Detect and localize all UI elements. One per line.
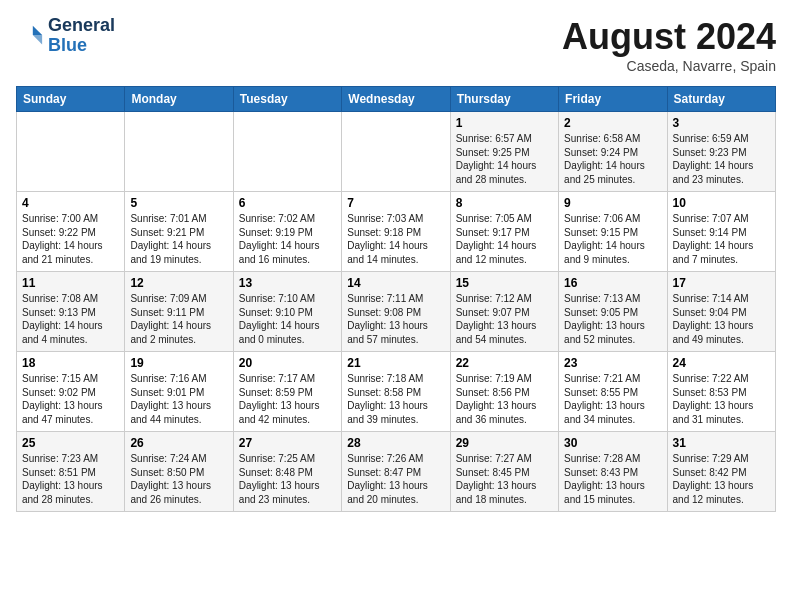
- logo-line1: General: [48, 16, 115, 36]
- day-header-tuesday: Tuesday: [233, 87, 341, 112]
- day-header-wednesday: Wednesday: [342, 87, 450, 112]
- day-info: Sunrise: 7:26 AM Sunset: 8:47 PM Dayligh…: [347, 452, 444, 506]
- day-cell: 22Sunrise: 7:19 AM Sunset: 8:56 PM Dayli…: [450, 352, 558, 432]
- day-info: Sunrise: 7:01 AM Sunset: 9:21 PM Dayligh…: [130, 212, 227, 266]
- day-cell: 15Sunrise: 7:12 AM Sunset: 9:07 PM Dayli…: [450, 272, 558, 352]
- day-info: Sunrise: 7:21 AM Sunset: 8:55 PM Dayligh…: [564, 372, 661, 426]
- day-cell: [17, 112, 125, 192]
- day-info: Sunrise: 7:13 AM Sunset: 9:05 PM Dayligh…: [564, 292, 661, 346]
- logo-text: General Blue: [48, 16, 115, 56]
- day-cell: 2Sunrise: 6:58 AM Sunset: 9:24 PM Daylig…: [559, 112, 667, 192]
- day-cell: 11Sunrise: 7:08 AM Sunset: 9:13 PM Dayli…: [17, 272, 125, 352]
- day-number: 22: [456, 356, 553, 370]
- day-cell: 26Sunrise: 7:24 AM Sunset: 8:50 PM Dayli…: [125, 432, 233, 512]
- logo: General Blue: [16, 16, 115, 56]
- day-info: Sunrise: 7:16 AM Sunset: 9:01 PM Dayligh…: [130, 372, 227, 426]
- day-cell: 31Sunrise: 7:29 AM Sunset: 8:42 PM Dayli…: [667, 432, 775, 512]
- day-cell: 3Sunrise: 6:59 AM Sunset: 9:23 PM Daylig…: [667, 112, 775, 192]
- day-number: 24: [673, 356, 770, 370]
- day-cell: 18Sunrise: 7:15 AM Sunset: 9:02 PM Dayli…: [17, 352, 125, 432]
- day-cell: 1Sunrise: 6:57 AM Sunset: 9:25 PM Daylig…: [450, 112, 558, 192]
- day-number: 6: [239, 196, 336, 210]
- day-info: Sunrise: 6:58 AM Sunset: 9:24 PM Dayligh…: [564, 132, 661, 186]
- day-info: Sunrise: 7:18 AM Sunset: 8:58 PM Dayligh…: [347, 372, 444, 426]
- day-info: Sunrise: 7:12 AM Sunset: 9:07 PM Dayligh…: [456, 292, 553, 346]
- day-cell: 9Sunrise: 7:06 AM Sunset: 9:15 PM Daylig…: [559, 192, 667, 272]
- day-header-saturday: Saturday: [667, 87, 775, 112]
- day-number: 16: [564, 276, 661, 290]
- day-number: 23: [564, 356, 661, 370]
- day-info: Sunrise: 7:22 AM Sunset: 8:53 PM Dayligh…: [673, 372, 770, 426]
- day-number: 17: [673, 276, 770, 290]
- day-info: Sunrise: 7:24 AM Sunset: 8:50 PM Dayligh…: [130, 452, 227, 506]
- day-header-sunday: Sunday: [17, 87, 125, 112]
- day-cell: 24Sunrise: 7:22 AM Sunset: 8:53 PM Dayli…: [667, 352, 775, 432]
- day-info: Sunrise: 7:08 AM Sunset: 9:13 PM Dayligh…: [22, 292, 119, 346]
- day-cell: 17Sunrise: 7:14 AM Sunset: 9:04 PM Dayli…: [667, 272, 775, 352]
- day-cell: 20Sunrise: 7:17 AM Sunset: 8:59 PM Dayli…: [233, 352, 341, 432]
- location-subtitle: Caseda, Navarre, Spain: [562, 58, 776, 74]
- day-cell: 4Sunrise: 7:00 AM Sunset: 9:22 PM Daylig…: [17, 192, 125, 272]
- week-row-3: 11Sunrise: 7:08 AM Sunset: 9:13 PM Dayli…: [17, 272, 776, 352]
- day-cell: 30Sunrise: 7:28 AM Sunset: 8:43 PM Dayli…: [559, 432, 667, 512]
- day-cell: 12Sunrise: 7:09 AM Sunset: 9:11 PM Dayli…: [125, 272, 233, 352]
- day-cell: 14Sunrise: 7:11 AM Sunset: 9:08 PM Dayli…: [342, 272, 450, 352]
- day-info: Sunrise: 7:05 AM Sunset: 9:17 PM Dayligh…: [456, 212, 553, 266]
- day-number: 21: [347, 356, 444, 370]
- day-cell: 10Sunrise: 7:07 AM Sunset: 9:14 PM Dayli…: [667, 192, 775, 272]
- day-info: Sunrise: 7:09 AM Sunset: 9:11 PM Dayligh…: [130, 292, 227, 346]
- day-header-thursday: Thursday: [450, 87, 558, 112]
- svg-marker-0: [33, 26, 42, 35]
- day-cell: 5Sunrise: 7:01 AM Sunset: 9:21 PM Daylig…: [125, 192, 233, 272]
- title-block: August 2024 Caseda, Navarre, Spain: [562, 16, 776, 74]
- day-info: Sunrise: 6:59 AM Sunset: 9:23 PM Dayligh…: [673, 132, 770, 186]
- day-info: Sunrise: 7:11 AM Sunset: 9:08 PM Dayligh…: [347, 292, 444, 346]
- day-info: Sunrise: 7:15 AM Sunset: 9:02 PM Dayligh…: [22, 372, 119, 426]
- day-cell: 8Sunrise: 7:05 AM Sunset: 9:17 PM Daylig…: [450, 192, 558, 272]
- day-number: 3: [673, 116, 770, 130]
- day-cell: 25Sunrise: 7:23 AM Sunset: 8:51 PM Dayli…: [17, 432, 125, 512]
- day-cell: 28Sunrise: 7:26 AM Sunset: 8:47 PM Dayli…: [342, 432, 450, 512]
- day-info: Sunrise: 7:10 AM Sunset: 9:10 PM Dayligh…: [239, 292, 336, 346]
- day-info: Sunrise: 7:17 AM Sunset: 8:59 PM Dayligh…: [239, 372, 336, 426]
- day-number: 31: [673, 436, 770, 450]
- calendar-table: SundayMondayTuesdayWednesdayThursdayFrid…: [16, 86, 776, 512]
- day-info: Sunrise: 7:06 AM Sunset: 9:15 PM Dayligh…: [564, 212, 661, 266]
- day-info: Sunrise: 7:14 AM Sunset: 9:04 PM Dayligh…: [673, 292, 770, 346]
- day-number: 28: [347, 436, 444, 450]
- day-number: 11: [22, 276, 119, 290]
- svg-marker-1: [33, 35, 42, 44]
- day-number: 14: [347, 276, 444, 290]
- day-info: Sunrise: 7:28 AM Sunset: 8:43 PM Dayligh…: [564, 452, 661, 506]
- day-info: Sunrise: 7:07 AM Sunset: 9:14 PM Dayligh…: [673, 212, 770, 266]
- day-info: Sunrise: 6:57 AM Sunset: 9:25 PM Dayligh…: [456, 132, 553, 186]
- week-row-5: 25Sunrise: 7:23 AM Sunset: 8:51 PM Dayli…: [17, 432, 776, 512]
- day-number: 1: [456, 116, 553, 130]
- day-info: Sunrise: 7:03 AM Sunset: 9:18 PM Dayligh…: [347, 212, 444, 266]
- day-info: Sunrise: 7:27 AM Sunset: 8:45 PM Dayligh…: [456, 452, 553, 506]
- day-cell: 23Sunrise: 7:21 AM Sunset: 8:55 PM Dayli…: [559, 352, 667, 432]
- day-number: 5: [130, 196, 227, 210]
- day-cell: 27Sunrise: 7:25 AM Sunset: 8:48 PM Dayli…: [233, 432, 341, 512]
- day-number: 7: [347, 196, 444, 210]
- day-cell: 19Sunrise: 7:16 AM Sunset: 9:01 PM Dayli…: [125, 352, 233, 432]
- day-header-monday: Monday: [125, 87, 233, 112]
- day-number: 4: [22, 196, 119, 210]
- day-info: Sunrise: 7:29 AM Sunset: 8:42 PM Dayligh…: [673, 452, 770, 506]
- day-info: Sunrise: 7:25 AM Sunset: 8:48 PM Dayligh…: [239, 452, 336, 506]
- day-number: 10: [673, 196, 770, 210]
- day-number: 12: [130, 276, 227, 290]
- day-cell: [342, 112, 450, 192]
- day-number: 9: [564, 196, 661, 210]
- day-number: 29: [456, 436, 553, 450]
- day-cell: [233, 112, 341, 192]
- day-cell: 21Sunrise: 7:18 AM Sunset: 8:58 PM Dayli…: [342, 352, 450, 432]
- day-cell: [125, 112, 233, 192]
- day-number: 19: [130, 356, 227, 370]
- day-cell: 16Sunrise: 7:13 AM Sunset: 9:05 PM Dayli…: [559, 272, 667, 352]
- day-cell: 6Sunrise: 7:02 AM Sunset: 9:19 PM Daylig…: [233, 192, 341, 272]
- day-header-friday: Friday: [559, 87, 667, 112]
- month-title: August 2024: [562, 16, 776, 58]
- day-cell: 7Sunrise: 7:03 AM Sunset: 9:18 PM Daylig…: [342, 192, 450, 272]
- logo-line2: Blue: [48, 36, 115, 56]
